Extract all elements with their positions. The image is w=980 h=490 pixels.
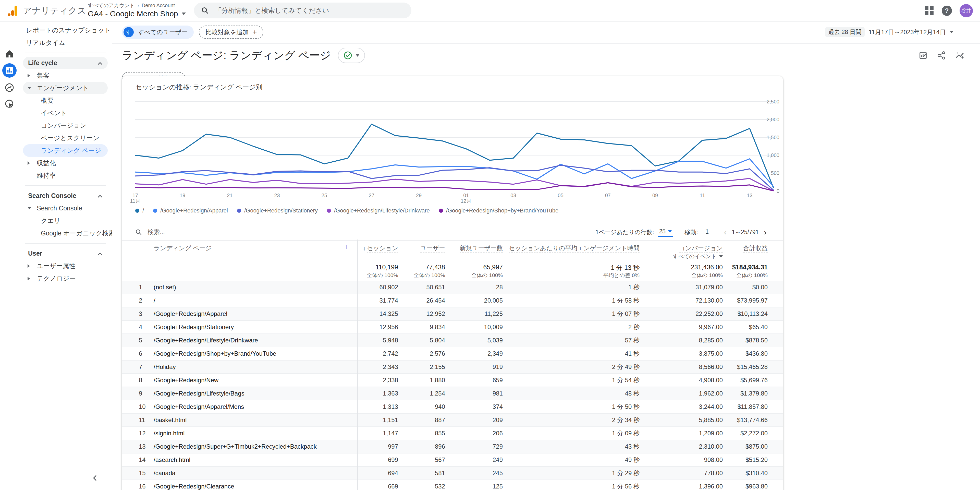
home-icon[interactable] xyxy=(4,48,15,59)
previous-page-icon[interactable]: ‹ xyxy=(723,228,728,236)
svg-text:01: 01 xyxy=(463,193,469,198)
legend-label: /Google+Redesign/Apparel xyxy=(160,207,228,214)
sidebar-item-テクノロジー[interactable]: テクノロジー xyxy=(23,272,108,285)
metric-cell: 8,566.00 xyxy=(699,363,723,370)
sidebar-item-ランディング ページ[interactable]: ランディング ページ xyxy=(23,144,108,157)
metric-cell: 699 xyxy=(388,456,398,463)
metric-cell: 2,576 xyxy=(430,350,445,357)
svg-text:19: 19 xyxy=(180,193,185,198)
metric-cell: 2,349 xyxy=(487,350,503,357)
conversions-event-selector[interactable]: すべてのイベント xyxy=(673,253,723,260)
svg-text:23: 23 xyxy=(274,193,280,198)
metric-cell: 2,343 xyxy=(383,363,398,370)
landing-page-cell: / xyxy=(154,297,156,304)
svg-text:07: 07 xyxy=(605,193,611,198)
all-users-chip[interactable]: す すべてのユーザー xyxy=(122,26,194,39)
search-bar[interactable] xyxy=(194,3,411,18)
sidebar-item-集客[interactable]: 集客 xyxy=(23,69,108,82)
advertising-icon[interactable] xyxy=(4,99,15,109)
add-comparison-chip[interactable]: 比較対象を追加 + xyxy=(199,26,263,39)
table-row: 10/Google+Redesign/Apparel/Mens1,3139403… xyxy=(122,401,783,413)
svg-text:25: 25 xyxy=(321,193,327,198)
column-header-label: セッション xyxy=(367,244,398,253)
svg-text:09: 09 xyxy=(652,193,658,198)
sidebar-item-レポートのスナップショット[interactable]: レポートのスナップショット xyxy=(23,24,108,37)
analytics-logo[interactable]: アナリティクス xyxy=(7,0,86,21)
sidebar-item-ユーザー属性[interactable]: ユーザー属性 xyxy=(23,260,108,272)
sidebar-section-label: Life cycle xyxy=(28,59,57,67)
metric-cell: 1,209.00 xyxy=(699,430,723,437)
column-header-コンバージョン[interactable]: コンバージョン xyxy=(679,244,723,252)
sidebar-item-label: 維持率 xyxy=(37,171,56,180)
ga4-analytics-app: アナリティクス すべてのアカウント › Demo Account GA4 - G… xyxy=(0,0,980,490)
metric-cell: $73,995.97 xyxy=(737,297,768,304)
date-range-selector[interactable]: 過去 28 日間 11月17日～2023年12月14日 xyxy=(825,27,953,37)
column-header-ユーザー[interactable]: ユーザー xyxy=(420,244,445,252)
apps-grid-icon[interactable] xyxy=(925,6,934,15)
column-header-セッションあたりの平均エンゲージメント時間[interactable]: セッションあたりの平均エンゲージメント時間 xyxy=(509,244,640,252)
metric-cell: $15,465.28 xyxy=(737,363,768,370)
sidebar-item-収益化[interactable]: 収益化 xyxy=(23,157,108,169)
table-search-input[interactable] xyxy=(146,228,230,236)
landing-page-cell: /Google+Redesign/Clearance xyxy=(154,483,234,490)
table-totals-row: 110,199全体の 100%77,438全体の 100%65,997全体の 1… xyxy=(122,259,783,281)
sidebar-item-クエリ[interactable]: クエリ xyxy=(23,214,108,227)
legend-item: /Google+Redesign/Lifestyle/Drinkware xyxy=(327,207,430,214)
collapse-sidebar-icon[interactable] xyxy=(92,474,97,483)
breadcrumb-account[interactable]: Demo Account xyxy=(142,3,175,8)
metric-cell: 57 秒 xyxy=(625,336,640,345)
goto-page-input[interactable]: 1 xyxy=(702,228,713,236)
report-status-dropdown[interactable] xyxy=(338,48,365,63)
column-header-label: ユーザー xyxy=(420,244,445,253)
metric-cell: 5,948 xyxy=(383,337,398,344)
metric-cell: 997 xyxy=(388,443,398,450)
table-row: 13/Google+Redesign/Super+G+Timbuk2+Recyc… xyxy=(122,440,783,453)
column-header-label: 合計収益 xyxy=(743,244,768,253)
sidebar-item-Search Console[interactable]: Search Console xyxy=(23,190,108,202)
property-selector[interactable]: GA4 - Google Merch Shop xyxy=(88,10,186,18)
breadcrumb-all-accounts[interactable]: すべてのアカウント xyxy=(88,2,135,9)
row-number: 15 xyxy=(139,469,146,477)
column-header-合計収益[interactable]: 合計収益 xyxy=(743,244,768,252)
insights-icon[interactable] xyxy=(955,51,965,60)
avatar-initials: 谷井 xyxy=(961,7,971,14)
table-row: 16/Google+Redesign/Clearance6695321251 分… xyxy=(122,480,783,490)
share-icon[interactable] xyxy=(937,51,946,60)
legend-label: /Google+Redesign/Lifestyle/Drinkware xyxy=(334,207,430,214)
conversions-event-label: すべてのイベント xyxy=(673,253,717,260)
sidebar-item-概要[interactable]: 概要 xyxy=(23,94,108,107)
legend-label: /Google+Redesign/Shop+by+Brand/YouTube xyxy=(446,207,558,214)
explore-icon[interactable] xyxy=(4,82,15,93)
reports-icon[interactable] xyxy=(2,63,17,78)
table-search[interactable] xyxy=(135,228,230,236)
metric-cell: 1 分 09 秒 xyxy=(612,429,640,437)
metric-cell: $875.00 xyxy=(746,443,768,450)
sidebar-item-エンゲージメント[interactable]: エンゲージメント xyxy=(23,82,108,94)
metric-cell: 659 xyxy=(493,377,503,384)
column-header-セッション[interactable]: ↓セッション xyxy=(363,244,398,252)
totals-subtext: 全体の 100% xyxy=(691,272,723,279)
customize-report-icon[interactable] xyxy=(918,51,928,60)
search-input[interactable] xyxy=(214,6,400,15)
rows-per-page-select[interactable]: 25 xyxy=(658,228,673,237)
avatar[interactable]: 谷井 xyxy=(959,4,973,18)
next-page-icon[interactable]: › xyxy=(763,228,768,236)
landing-page-cell: /Google+Redesign/Apparel xyxy=(154,310,228,318)
sidebar-item-Life cycle[interactable]: Life cycle xyxy=(23,57,108,69)
account-block: すべてのアカウント › Demo Account GA4 - Google Me… xyxy=(88,2,186,18)
sidebar-item-リアルタイム[interactable]: リアルタイム xyxy=(23,37,108,49)
sidebar-item-維持率[interactable]: 維持率 xyxy=(23,169,108,182)
sidebar-item-イベント[interactable]: イベント xyxy=(23,107,108,119)
table-controls: 1ページあたりの行数: 25 移動: 1 ‹ 1～25/791 › xyxy=(122,223,783,241)
sidebar-item-Google オーガニック検索レ…[interactable]: Google オーガニック検索レ… xyxy=(23,227,108,239)
sidebar-item-ページとスクリーン[interactable]: ページとスクリーン xyxy=(23,132,108,144)
help-icon[interactable]: ? xyxy=(942,6,952,16)
add-dimension-icon[interactable]: + xyxy=(345,243,349,251)
sidebar-item-Search Console[interactable]: Search Console xyxy=(23,202,108,214)
dimension-column-header[interactable]: ランディング ページ xyxy=(154,244,212,252)
audience-chip-icon: す xyxy=(124,27,134,37)
column-header-新規ユーザー数[interactable]: 新規ユーザー数 xyxy=(460,244,503,252)
sidebar-item-コンバージョン[interactable]: コンバージョン xyxy=(23,119,108,132)
sidebar-divider xyxy=(25,185,106,186)
sidebar-item-User[interactable]: User xyxy=(23,247,108,260)
